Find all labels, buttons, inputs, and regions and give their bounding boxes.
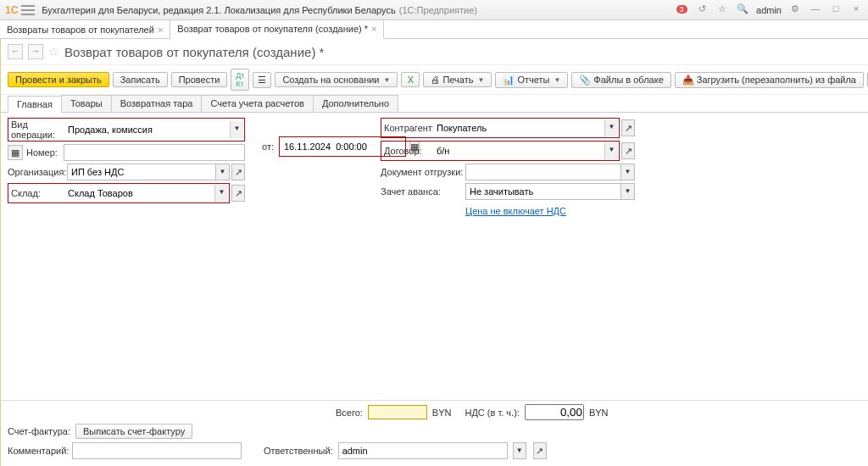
app-logo: 1C bbox=[5, 4, 18, 16]
dropdown-icon[interactable]: ▼ bbox=[230, 121, 243, 138]
open-button[interactable]: ↗ bbox=[231, 185, 245, 202]
responsible-input[interactable] bbox=[338, 442, 508, 459]
minimize-icon[interactable]: — bbox=[809, 3, 822, 17]
notification-icon[interactable]: 3 bbox=[675, 3, 688, 17]
print-button[interactable]: 🖨 Печать▼ bbox=[423, 72, 492, 87]
warehouse-input[interactable] bbox=[64, 185, 214, 202]
open-button[interactable]: ↗ bbox=[621, 142, 635, 159]
org-input[interactable] bbox=[67, 164, 216, 180]
load-from-file-button[interactable]: 📥 Загрузить (перезаполнить) из файла bbox=[675, 72, 864, 88]
favorites-icon[interactable]: ☆ bbox=[715, 3, 729, 17]
advance-label: Зачет аванса: bbox=[381, 186, 465, 197]
open-button[interactable]: ↗ bbox=[231, 164, 245, 180]
structure-button[interactable]: ☰ bbox=[253, 72, 271, 88]
close-tab-icon[interactable]: × bbox=[158, 25, 163, 35]
dropdown-icon[interactable]: ▼ bbox=[621, 164, 635, 180]
org-label: Организация: bbox=[8, 167, 67, 177]
warehouse-label: Склад: bbox=[9, 188, 64, 198]
write-button[interactable]: Записать bbox=[113, 72, 168, 87]
dropdown-icon[interactable]: ▼ bbox=[604, 119, 618, 136]
subtab[interactable]: Возвратная тара bbox=[111, 95, 203, 112]
shipment-doc-label: Документ отгрузки: bbox=[381, 167, 465, 177]
vat-mode-link[interactable]: Цена не включает НДС bbox=[465, 206, 566, 216]
responsible-label: Ответственный: bbox=[264, 446, 333, 456]
shipment-doc-input[interactable] bbox=[465, 164, 621, 180]
search-icon[interactable]: 🔍 bbox=[736, 3, 749, 17]
excel-button[interactable]: X bbox=[401, 72, 420, 87]
currency-label: BYN bbox=[432, 408, 452, 418]
currency-label: BYN bbox=[589, 408, 609, 418]
cloud-files-button[interactable]: 📎 Файлы в облаке bbox=[571, 72, 670, 88]
history-icon[interactable]: ↺ bbox=[695, 3, 709, 17]
write-invoice-button[interactable]: Выписать счет-фактуру bbox=[75, 424, 192, 439]
number-input[interactable] bbox=[64, 144, 245, 161]
reports-button[interactable]: 📊 Отчеты▼ bbox=[495, 72, 568, 88]
app-mode: (1С:Предприятие) bbox=[399, 5, 477, 15]
invoice-label: Счет-фактура: bbox=[8, 426, 70, 436]
dropdown-icon[interactable]: ▼ bbox=[621, 183, 635, 200]
app-title: Бухгалтерия для Беларуси, редакция 2.1. … bbox=[42, 5, 395, 15]
dropdown-icon[interactable]: ▼ bbox=[604, 142, 618, 159]
open-button[interactable]: ↗ bbox=[621, 119, 635, 136]
window-tab-label: Возвраты товаров от покупателей bbox=[7, 25, 154, 35]
subtab[interactable]: Главная bbox=[8, 96, 62, 113]
total-label: Всего: bbox=[336, 408, 363, 418]
window-tab-label: Возврат товаров от покупателя (создание)… bbox=[177, 24, 368, 34]
comment-input[interactable] bbox=[72, 442, 242, 459]
subtab[interactable]: Дополнительно bbox=[313, 95, 398, 112]
close-tab-icon[interactable]: × bbox=[371, 24, 376, 34]
dt-kt-button[interactable]: ДтКт bbox=[231, 69, 249, 91]
contract-label: Договор: bbox=[382, 146, 433, 156]
star-icon[interactable]: ☆ bbox=[48, 45, 59, 58]
page-title: Возврат товаров от покупателя (создание)… bbox=[64, 45, 324, 59]
post-and-close-button[interactable]: Провести и закрыть bbox=[8, 72, 109, 87]
advance-input[interactable] bbox=[465, 183, 621, 200]
user-label[interactable]: admin bbox=[756, 5, 782, 15]
number-toggle-icon[interactable]: ▦ bbox=[8, 145, 23, 160]
main-menu-icon[interactable] bbox=[21, 5, 35, 15]
counterparty-label: Контрагент: bbox=[382, 123, 433, 133]
contract-input[interactable] bbox=[433, 142, 604, 159]
subtab[interactable]: Счета учета расчетов bbox=[201, 95, 313, 112]
post-button[interactable]: Провести bbox=[171, 72, 228, 87]
settings-icon[interactable]: ⚙ bbox=[788, 3, 802, 17]
maximize-icon[interactable]: □ bbox=[829, 3, 843, 17]
counterparty-input[interactable] bbox=[433, 119, 604, 136]
dropdown-icon[interactable]: ▼ bbox=[513, 442, 526, 459]
op-type-input[interactable] bbox=[64, 121, 230, 138]
dropdown-icon[interactable]: ▼ bbox=[214, 185, 228, 202]
comment-label: Комментарий: bbox=[8, 446, 67, 456]
dropdown-icon[interactable]: ▼ bbox=[216, 164, 230, 180]
date-from-label: от: bbox=[262, 141, 274, 152]
subtab[interactable]: Товары bbox=[61, 95, 112, 112]
vat-total-label: НДС (в т. ч.): bbox=[465, 408, 519, 418]
create-based-button[interactable]: Создать на основании▼ bbox=[275, 72, 398, 87]
forward-button[interactable]: → bbox=[28, 44, 43, 59]
op-type-label: Вид операции: bbox=[9, 119, 64, 140]
open-button[interactable]: ↗ bbox=[533, 442, 547, 459]
back-button[interactable]: ← bbox=[8, 44, 23, 59]
number-label: Номер: bbox=[26, 147, 64, 158]
vat-total-input bbox=[525, 404, 584, 420]
close-icon[interactable]: × bbox=[849, 3, 863, 17]
total-input[interactable] bbox=[368, 405, 427, 419]
window-tab-doc[interactable]: Возврат товаров от покупателя (создание)… bbox=[170, 20, 384, 39]
window-tab-list[interactable]: Возвраты товаров от покупателей × bbox=[0, 20, 170, 38]
